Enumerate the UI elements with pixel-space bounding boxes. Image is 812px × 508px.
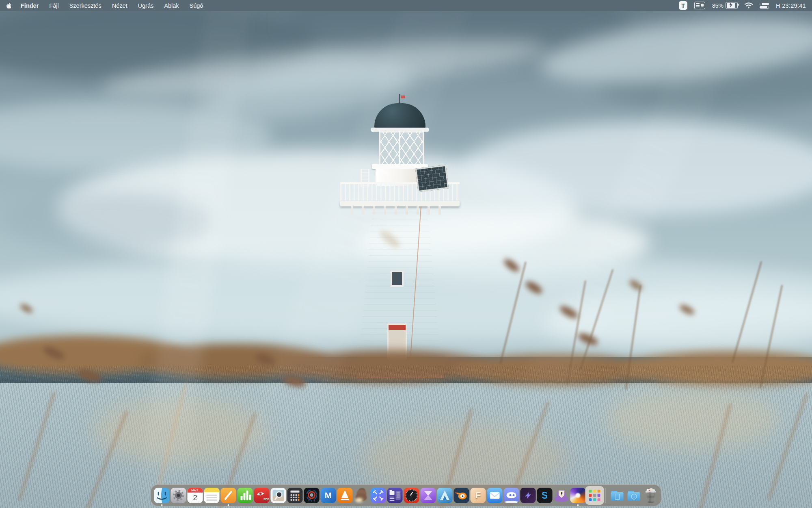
dock-icon-notes[interactable] xyxy=(204,486,220,505)
wifi-icon[interactable] xyxy=(745,2,753,9)
notes-line xyxy=(207,497,217,498)
menu-item-ugras[interactable]: Ugrás xyxy=(133,2,159,9)
dock-icon-downloads-folder[interactable]: ↓ xyxy=(626,486,642,505)
pages-pen-icon xyxy=(221,488,236,503)
numbers-chart-icon xyxy=(238,488,253,503)
dock-icon-mail[interactable] xyxy=(487,486,503,505)
dock-icon-finder[interactable] xyxy=(154,486,170,505)
svg-text:PDF: PDF xyxy=(263,498,269,501)
keyhole-stem xyxy=(561,493,562,495)
notes-header xyxy=(204,488,220,492)
folder-list-icon xyxy=(387,488,403,503)
list-line xyxy=(390,498,395,499)
dock-icon-trash[interactable] xyxy=(642,486,659,505)
dock-icon-discord[interactable] xyxy=(503,486,520,505)
calc-key xyxy=(291,499,292,501)
list-line xyxy=(390,500,395,501)
apple-logo-icon xyxy=(6,2,12,9)
dock-icon-affinity-photo[interactable] xyxy=(420,486,436,505)
input-source-lines xyxy=(696,3,700,7)
dock-icon-preview[interactable] xyxy=(270,486,287,505)
dock-icon-file-organizer-app[interactable] xyxy=(387,486,403,505)
menu-item-sugo[interactable]: Súgó xyxy=(184,2,209,9)
battery-status[interactable]: 85% xyxy=(712,2,738,9)
notes-icon xyxy=(204,488,220,503)
document-glyph xyxy=(615,494,620,500)
vlc-cone xyxy=(341,490,349,498)
dock-icon-vlc[interactable] xyxy=(337,486,353,505)
dock-icon-messenger[interactable] xyxy=(520,486,536,505)
folder-glyph xyxy=(390,491,395,495)
tile xyxy=(589,490,592,493)
calc-key xyxy=(298,494,300,496)
swirl-core xyxy=(576,493,581,498)
menu-item-ablak[interactable]: Ablak xyxy=(159,2,184,9)
lighthouse-solar-panel xyxy=(415,165,449,192)
bar xyxy=(246,491,248,500)
dock-icon-blender[interactable] xyxy=(454,486,470,505)
dock-icon-numbers[interactable] xyxy=(237,486,253,505)
envelope xyxy=(490,492,500,499)
blender-core xyxy=(462,495,464,497)
preview-icon xyxy=(271,488,286,503)
calc-key xyxy=(291,497,292,498)
messenger-bolt-icon xyxy=(520,488,536,503)
bar xyxy=(244,493,246,500)
dock-icon-calculator[interactable] xyxy=(287,486,303,505)
discord-icon xyxy=(504,488,519,503)
documents-folder-icon xyxy=(609,488,625,503)
dock-icon-fist-app[interactable] xyxy=(354,486,370,505)
dock-icon-affinity-designer[interactable] xyxy=(437,486,453,505)
menu-bar-clock[interactable]: H 23:29:41 xyxy=(776,2,806,9)
control-center-dot xyxy=(767,6,769,8)
menu-item-fajl[interactable]: Fájl xyxy=(44,2,64,9)
calculator-display xyxy=(291,491,300,493)
launchpad-grid-icon xyxy=(585,486,604,505)
dock-icon-calendar[interactable]: MÁJ. 2 xyxy=(187,486,203,505)
dock-icon-privacy-shield-app[interactable] xyxy=(553,486,570,505)
trash-full-icon xyxy=(643,488,658,503)
keyboard-input-source-icon[interactable] xyxy=(694,2,705,9)
list-line xyxy=(397,497,400,497)
tile xyxy=(597,494,600,497)
finder-icon xyxy=(154,488,170,503)
menu-item-nezet[interactable]: Nézet xyxy=(107,2,133,9)
menu-item-finder[interactable]: Finder xyxy=(15,2,44,9)
dock-icon-fusion-360[interactable]: F xyxy=(470,486,486,505)
fist-glow xyxy=(356,498,363,502)
status-app-badge-t[interactable]: T xyxy=(679,1,687,10)
list-line xyxy=(390,497,395,497)
tile xyxy=(593,498,596,501)
affinity-designer-icon xyxy=(437,488,453,503)
tile xyxy=(589,494,592,497)
lighthouse-door-sign xyxy=(389,325,406,330)
menu-item-szerkesztes[interactable]: Szerkesztés xyxy=(64,2,107,9)
control-center-icon[interactable] xyxy=(760,3,769,9)
apple-menu[interactable] xyxy=(6,2,12,9)
dock-icon-system-settings[interactable] xyxy=(171,486,187,505)
tile xyxy=(597,498,600,501)
dock-icon-pdf-expert[interactable]: PDF xyxy=(254,486,270,505)
dock-icon-pages[interactable] xyxy=(220,486,237,505)
calc-key xyxy=(296,497,297,498)
envelope-flap xyxy=(490,492,500,499)
bar xyxy=(249,495,251,500)
skype-icon: S xyxy=(537,488,553,503)
dock-icon-djay-turntable[interactable] xyxy=(304,486,320,505)
dock-icon-color-meter-app[interactable] xyxy=(404,486,420,505)
dock-icon-window-arrows-app[interactable] xyxy=(370,486,387,505)
dock-icon-launchpad[interactable] xyxy=(587,486,603,505)
battery-percent: 85% xyxy=(712,2,723,9)
preview-loupe-icon xyxy=(273,490,284,501)
dock-icon-swirl-browser[interactable] xyxy=(570,486,586,505)
fist-icon xyxy=(354,488,369,503)
dock-icon-skype[interactable]: S xyxy=(537,486,553,505)
calc-key xyxy=(298,497,300,498)
discord-face xyxy=(507,492,516,498)
calc-key xyxy=(296,499,297,501)
running-indicator xyxy=(228,504,229,506)
list-line xyxy=(397,495,400,495)
preview-photo xyxy=(273,490,284,501)
dock-icon-malwarebytes[interactable]: M xyxy=(320,486,337,505)
dock-icon-documents-folder[interactable] xyxy=(609,486,625,505)
